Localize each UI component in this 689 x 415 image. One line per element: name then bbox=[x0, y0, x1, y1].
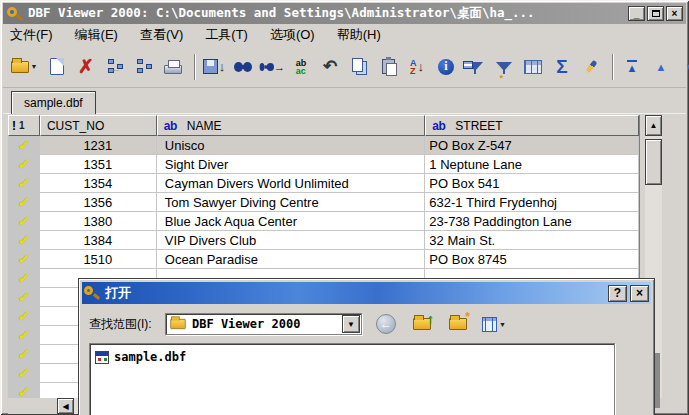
paste-button[interactable] bbox=[375, 53, 401, 81]
goto-record-button[interactable]: ← bbox=[102, 53, 128, 81]
close-button[interactable]: × bbox=[666, 6, 683, 21]
find-button[interactable] bbox=[230, 53, 256, 81]
print-button[interactable] bbox=[160, 53, 186, 81]
column-label: STREET bbox=[455, 119, 502, 133]
next-record-button[interactable]: ▼ bbox=[677, 53, 689, 81]
dbf-file-icon bbox=[95, 351, 109, 364]
prev-record-button[interactable]: ▲ bbox=[648, 53, 674, 81]
table-row[interactable]: ✓1351Sight Diver1 Neptune Lane bbox=[8, 155, 639, 174]
table-row[interactable]: ✓1384VIP Divers Club32 Main St. bbox=[8, 231, 639, 250]
status-column-header[interactable]: !1 bbox=[8, 115, 40, 136]
file-name: sample.dbf bbox=[114, 350, 186, 364]
check-icon: ✓ bbox=[16, 156, 30, 172]
menu-item-2[interactable]: 查看(V) bbox=[133, 24, 190, 46]
info-button[interactable]: i bbox=[433, 53, 459, 81]
replace-button[interactable]: ab ac bbox=[288, 53, 314, 81]
find-next-button[interactable]: → bbox=[259, 53, 285, 81]
combo-dropdown-button[interactable]: ▼ bbox=[342, 315, 360, 333]
app-window: DBF Viewer 2000: C:\Documents and Settin… bbox=[0, 0, 689, 415]
dialog-help-button[interactable]: ? bbox=[608, 285, 627, 302]
check-icon: ✓ bbox=[16, 232, 30, 248]
row-status-cell: ✓ bbox=[8, 307, 40, 326]
menu-item-4[interactable]: 选项(O) bbox=[263, 24, 322, 46]
back-icon: ← bbox=[376, 314, 396, 334]
look-in-combobox[interactable]: DBF Viewer 2000 ▼ bbox=[165, 313, 362, 335]
street-column-header[interactable]: ab STREET bbox=[425, 115, 639, 136]
scroll-left-button[interactable]: ◀ bbox=[57, 398, 74, 414]
filter-icon: * bbox=[496, 62, 512, 71]
row-status-cell: ✓ bbox=[8, 345, 40, 364]
pack-brush-icon bbox=[585, 60, 597, 73]
window-title: DBF Viewer 2000: C:\Documents and Settin… bbox=[28, 5, 628, 22]
maximize-button[interactable] bbox=[647, 6, 664, 21]
first-record-button[interactable]: ▲ bbox=[619, 53, 645, 81]
check-icon: ✓ bbox=[16, 384, 30, 398]
table-row[interactable]: ✓1354Cayman Divers World UnlimitedPO Box… bbox=[8, 174, 639, 193]
open-dropdown-icon[interactable]: ▼ bbox=[31, 63, 38, 70]
up-one-level-button[interactable]: ↑ bbox=[410, 313, 434, 335]
table-row[interactable]: ✓1380Blue Jack Aqua Center23-738 Padding… bbox=[8, 212, 639, 231]
copy-button[interactable] bbox=[346, 53, 372, 81]
vertical-scroll-thumb[interactable] bbox=[645, 139, 662, 185]
name-cell: Ocean Paradise bbox=[157, 250, 426, 269]
check-icon: ✓ bbox=[16, 251, 30, 267]
delete-button[interactable]: ✗ bbox=[73, 53, 99, 81]
menu-bar: 文件(F)编辑(E)查看(V)工具(T)选项(O)帮助(H) bbox=[3, 24, 686, 46]
row-status-cell: ✓ bbox=[8, 364, 40, 383]
look-in-value: DBF Viewer 2000 bbox=[192, 317, 300, 331]
minimize-button[interactable]: _ bbox=[628, 6, 645, 21]
check-icon: ✓ bbox=[16, 346, 30, 362]
delete-icon: ✗ bbox=[78, 57, 94, 76]
sort-icon: A Z bbox=[410, 59, 417, 75]
cust-no-column-header[interactable]: CUST_NO bbox=[40, 115, 157, 136]
export-button[interactable]: ↓ bbox=[201, 53, 227, 81]
dialog-title: 打开 bbox=[105, 284, 605, 302]
file-item-sample-dbf[interactable]: sample.dbf bbox=[95, 350, 609, 364]
menu-item-0[interactable]: 文件(F) bbox=[3, 24, 60, 46]
tab-sample-dbf[interactable]: sample.dbf bbox=[11, 91, 96, 114]
info-icon: i bbox=[438, 59, 454, 75]
char-type-icon: ab bbox=[432, 119, 445, 133]
back-button[interactable]: ← bbox=[374, 313, 398, 335]
table-row[interactable]: ✓1356Tom Sawyer Diving Centre632-1 Third… bbox=[8, 193, 639, 212]
folder-icon bbox=[170, 319, 185, 329]
menu-item-1[interactable]: 编辑(E) bbox=[68, 24, 125, 46]
open-button[interactable]: ▼ bbox=[7, 53, 41, 81]
tab-bar: sample.dbf bbox=[3, 88, 686, 114]
sort-button[interactable]: A Z ↓ bbox=[404, 53, 430, 81]
grid-view-button[interactable] bbox=[520, 53, 546, 81]
dialog-app-icon bbox=[84, 286, 100, 301]
dialog-title-bar: 打开 ? × bbox=[82, 282, 651, 304]
toolbar-separator bbox=[194, 54, 196, 80]
dialog-close-button[interactable]: × bbox=[630, 285, 649, 302]
paste-icon bbox=[382, 59, 395, 74]
check-icon: ✓ bbox=[16, 327, 30, 343]
views-menu-button[interactable]: ▼ bbox=[482, 313, 506, 335]
row-status-cell: ✓ bbox=[8, 212, 40, 231]
street-cell: PO Box 8745 bbox=[425, 250, 639, 269]
pack-button[interactable] bbox=[578, 53, 604, 81]
name-column-header[interactable]: ab NAME bbox=[157, 115, 426, 136]
column-label: NAME bbox=[187, 119, 222, 133]
file-list: sample.dbf bbox=[89, 343, 615, 415]
menu-item-5[interactable]: 帮助(H) bbox=[330, 24, 388, 46]
cust-no-cell: 1510 bbox=[40, 250, 157, 269]
cust-no-cell: 1380 bbox=[40, 212, 157, 231]
scroll-up-button[interactable]: ▲ bbox=[645, 115, 662, 136]
filter-button[interactable]: * bbox=[491, 53, 517, 81]
cust-no-cell: 1354 bbox=[40, 174, 157, 193]
title-bar: DBF Viewer 2000: C:\Documents and Settin… bbox=[3, 3, 686, 24]
new-folder-button[interactable]: * bbox=[446, 313, 470, 335]
first-record-icon: ▲ bbox=[627, 60, 638, 73]
menu-item-3[interactable]: 工具(T) bbox=[198, 24, 255, 46]
sum-button[interactable]: Σ bbox=[549, 53, 575, 81]
undo-button[interactable]: ↶ bbox=[317, 53, 343, 81]
new-file-button[interactable] bbox=[44, 53, 70, 81]
table-row[interactable]: ✓1510Ocean ParadisePO Box 8745 bbox=[8, 250, 639, 269]
table-row[interactable]: ✓1231UniscoPO Box Z-547 bbox=[8, 136, 639, 155]
name-cell: Sight Diver bbox=[157, 155, 426, 174]
street-cell: 1 Neptune Lane bbox=[425, 155, 639, 174]
name-cell: Unisco bbox=[157, 136, 426, 155]
structure-button[interactable] bbox=[131, 53, 157, 81]
filter-sum-button[interactable] bbox=[462, 53, 488, 81]
